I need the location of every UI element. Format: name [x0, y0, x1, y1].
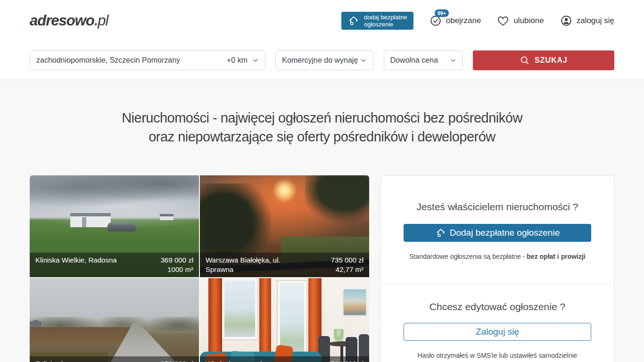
listing-address: Warszawa Białołęka, ul. Sprawna: [206, 255, 294, 274]
photo-wall-art: [344, 289, 366, 315]
sidebar-card: Jesteś właścicielem nieruchomości ? Doda…: [380, 175, 614, 362]
add-listing-label: dodaj bezpłatneogłoszenie: [364, 14, 407, 28]
price-value: Dowolna cena: [390, 56, 438, 65]
listing-meta: 369 000 zł 1000 m²: [161, 255, 193, 274]
owner-heading: Jesteś właścicielem nieruchomości ?: [404, 201, 591, 213]
owner-note-bold: bez opłat i prowizji: [527, 253, 585, 260]
listing-price: 514 000 zł: [331, 359, 363, 362]
listing-price: 369 000 zł: [161, 255, 193, 265]
photo-car: [107, 222, 136, 231]
page-title: Nieruchomości - najwięcej ogłoszeń nieru…: [0, 108, 644, 146]
favorites-button[interactable]: ulubione: [497, 15, 544, 27]
magnifier-icon: [520, 55, 530, 66]
listing-caption: Kliniska Wielkie, Radosna 369 000 zł 100…: [30, 253, 199, 277]
search-bar: zachodniopomorskie, Szczecin Pomorzany +…: [0, 41, 644, 79]
search-button[interactable]: SZUKAJ: [473, 50, 614, 70]
listing-address: Felicjanów: [35, 359, 69, 362]
heart-icon: [497, 15, 509, 27]
photo-door: [82, 217, 86, 228]
category-value: Komercyjne do wynaję: [282, 56, 358, 65]
price-select[interactable]: Dowolna cena: [384, 50, 463, 70]
house-plus-icon: [435, 227, 446, 239]
owner-section: Jesteś właścicielem nieruchomości ? Doda…: [381, 176, 614, 284]
photo-bushes: [30, 327, 135, 344]
photo-building: [70, 213, 111, 227]
listing-meta: 735 000 zł 42,77 m²: [331, 255, 363, 274]
listing-address: Władysławowo, ul.: [206, 359, 264, 362]
house-plus-icon: [347, 15, 360, 27]
photo-trees: [305, 175, 369, 223]
viewed-button[interactable]: 99+ obejrzane: [429, 15, 481, 27]
logo-tld: pl: [98, 12, 108, 29]
page-title-line1: Nieruchomości - najwięcej ogłoszeń nieru…: [0, 108, 644, 127]
header-actions: dodaj bezpłatneogłoszenie 99+ obejrzane: [341, 12, 614, 30]
photo-house-far: [160, 214, 173, 220]
listing-area: 1000 m²: [161, 265, 193, 274]
listing-address: Kliniska Wielkie, Radosna: [35, 255, 117, 274]
listing-caption: Władysławowo, ul. 514 000 zł: [200, 356, 369, 362]
edit-section: Chcesz edytować ogłoszenie ? Zaloguj się…: [381, 284, 614, 362]
viewed-badge: 99+: [435, 9, 449, 17]
edit-heading: Chcesz edytować ogłoszenie ?: [404, 301, 591, 313]
listing-card[interactable]: Warszawa Białołęka, ul. Sprawna 735 000 …: [200, 175, 369, 277]
logo[interactable]: adresowo.pl: [30, 12, 108, 29]
search-button-label: SZUKAJ: [535, 56, 568, 65]
chevron-down-icon: [360, 57, 367, 64]
user-circle-icon: [560, 15, 572, 27]
listing-card[interactable]: Władysławowo, ul. 514 000 zł: [200, 278, 369, 362]
owner-note: Standardowe ogłoszenia są bezpłatne - be…: [404, 253, 591, 260]
listing-price: 735 000 zł: [331, 255, 363, 265]
listing-meta: 514 000 zł: [331, 359, 363, 362]
check-circle-icon: 99+: [429, 15, 442, 27]
listing-photo: [30, 278, 199, 362]
photo-flowers: [334, 329, 344, 341]
login-button[interactable]: zaloguj się: [560, 15, 614, 27]
photo-window: [222, 278, 257, 339]
location-value: zachodniopomorskie, Szczecin Pomorzany: [36, 56, 180, 65]
page-title-line2: oraz niepowtarzające się oferty pośredni…: [0, 127, 644, 146]
login-label: zaloguj się: [577, 16, 614, 25]
location-input[interactable]: zachodniopomorskie, Szczecin Pomorzany +…: [30, 50, 265, 70]
listing-card[interactable]: Felicjanów 970 000 zł: [30, 278, 199, 362]
listing-meta: 970 000 zł: [161, 359, 193, 362]
listing-price: 970 000 zł: [161, 359, 193, 362]
listing-caption: Felicjanów 970 000 zł: [30, 356, 199, 362]
photo-curtain: [208, 278, 222, 362]
listing-area: 42,77 m²: [331, 265, 363, 274]
listing-photo: [200, 278, 369, 362]
chevron-down-icon: [252, 57, 259, 64]
edit-note: Hasło otrzymałeś w SMS'ie lub ustawiłeś …: [404, 352, 591, 359]
listing-caption: Warszawa Białołęka, ul. Sprawna 735 000 …: [200, 253, 369, 277]
radius-dropdown[interactable]: +0 km: [227, 56, 259, 65]
sidebar-login-button[interactable]: Zaloguj się: [404, 323, 591, 341]
sidebar-add-listing-label: Dodaj bezpłatne ogłoszenie: [450, 228, 560, 238]
category-select[interactable]: Komercyjne do wynaję: [275, 50, 373, 70]
header: adresowo.pl dodaj bezpłatneogłoszenie: [0, 0, 644, 80]
radius-value: +0 km: [227, 56, 248, 65]
favorites-label: ulubione: [513, 16, 544, 25]
sidebar-add-listing-button[interactable]: Dodaj bezpłatne ogłoszenie: [404, 224, 591, 242]
viewed-label: obejrzane: [446, 16, 481, 25]
add-listing-button[interactable]: dodaj bezpłatneogłoszenie: [341, 12, 413, 30]
chevron-down-icon: [450, 57, 456, 64]
header-top: adresowo.pl dodaj bezpłatneogłoszenie: [0, 0, 644, 41]
main-content: Kliniska Wielkie, Radosna 369 000 zł 100…: [0, 175, 644, 362]
logo-main: adresowo: [30, 12, 94, 29]
listings-grid: Kliniska Wielkie, Radosna 369 000 zł 100…: [30, 175, 369, 362]
hero: Nieruchomości - najwięcej ogłoszeń nieru…: [0, 108, 644, 146]
listing-card[interactable]: Kliniska Wielkie, Radosna 369 000 zł 100…: [30, 175, 199, 277]
photo-curtain: [259, 278, 271, 362]
